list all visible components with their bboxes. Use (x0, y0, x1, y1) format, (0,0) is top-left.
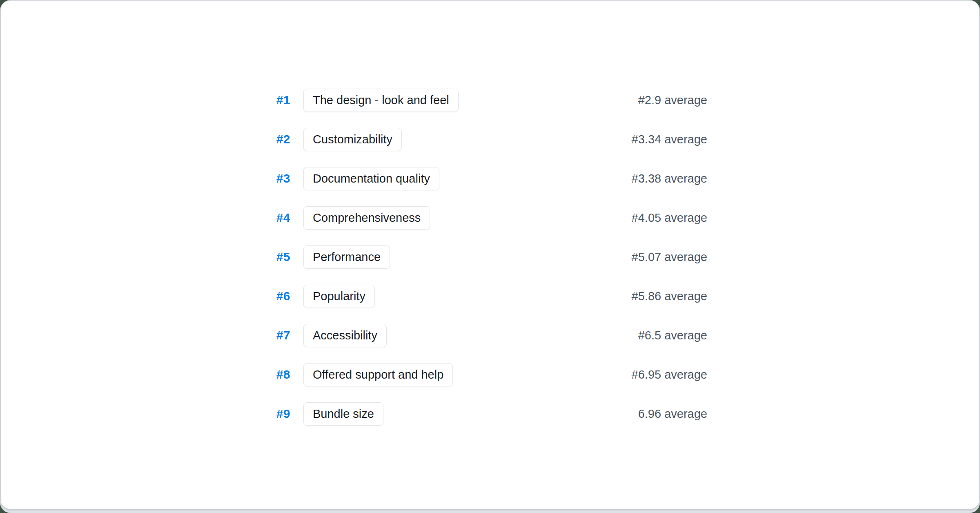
rank-number: #6 (259, 289, 290, 303)
average-score: #5.86 average (632, 290, 707, 303)
rank-number: #9 (259, 407, 290, 421)
average-score: 6.96 average (638, 407, 707, 421)
average-score: #4.05 average (632, 211, 707, 225)
average-score: #6.95 average (632, 368, 707, 381)
rank-number: #2 (259, 132, 290, 146)
rank-number: #1 (259, 93, 290, 107)
rank-number: #3 (259, 172, 290, 185)
ranking-item-label[interactable]: Popularity (303, 285, 375, 308)
average-score: #2.9 average (638, 94, 707, 107)
ranking-row: #3 Documentation quality #3.38 average (259, 159, 707, 198)
ranking-item-label[interactable]: Comprehensiveness (303, 206, 430, 230)
ranking-item-label[interactable]: Documentation quality (303, 167, 439, 190)
rank-number: #4 (259, 211, 290, 225)
ranking-item-label[interactable]: Offered support and help (303, 363, 453, 386)
rank-number: #5 (259, 250, 290, 264)
ranking-row: #1 The design - look and feel #2.9 avera… (259, 80, 707, 120)
ranking-item-label[interactable]: The design - look and feel (303, 89, 459, 112)
average-score: #3.38 average (632, 172, 707, 185)
ranking-row: #6 Popularity #5.86 average (259, 277, 707, 316)
ranking-item-label[interactable]: Performance (303, 245, 390, 269)
ranking-row: #2 Customizability #3.34 average (259, 120, 707, 159)
ranking-item-label[interactable]: Accessibility (303, 324, 387, 347)
ranking-row: #8 Offered support and help #6.95 averag… (259, 355, 707, 394)
ranking-row: #7 Accessibility #6.5 average (259, 316, 707, 355)
rank-number: #8 (259, 368, 290, 381)
ranking-item-label[interactable]: Customizability (303, 128, 402, 151)
average-score: #6.5 average (638, 329, 707, 342)
results-card: #1 The design - look and feel #2.9 avera… (1, 1, 979, 509)
ranking-row: #9 Bundle size 6.96 average (259, 394, 707, 433)
rank-number: #7 (259, 328, 290, 342)
page-background: #1 The design - look and feel #2.9 avera… (0, 0, 980, 513)
ranking-row: #5 Performance #5.07 average (259, 237, 707, 277)
average-score: #5.07 average (632, 250, 707, 264)
ranking-row: #4 Comprehensiveness #4.05 average (259, 198, 707, 237)
ranking-list: #1 The design - look and feel #2.9 avera… (259, 80, 707, 433)
average-score: #3.34 average (632, 133, 707, 146)
ranking-item-label[interactable]: Bundle size (303, 402, 383, 426)
